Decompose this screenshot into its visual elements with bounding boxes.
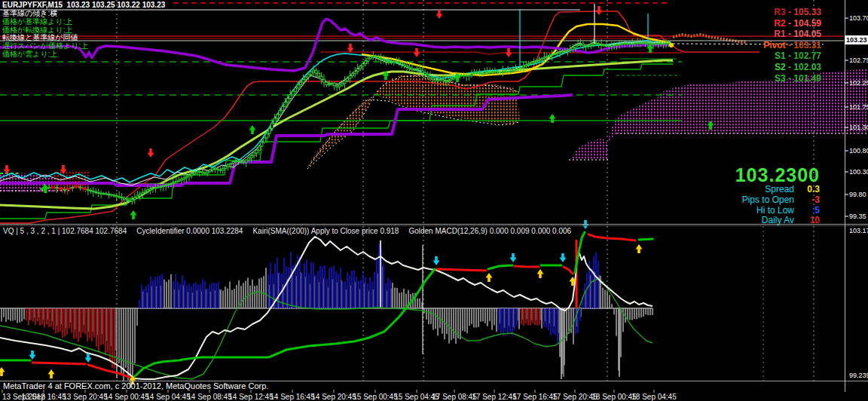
indicator-header-part-2: Kairi(SMA((200)) Apply to Close price 0.… — [252, 227, 399, 235]
pivot-row-s3: S3 - 101.49 — [763, 73, 821, 84]
pivot-row-r1: R1 - 104.05 — [763, 29, 821, 40]
indicator-header-part-3: Golden MACD(12,26,9) 0.000 0.009 0.000 0… — [408, 227, 571, 235]
time-label-1: 13 Sep 16:45 — [21, 393, 66, 401]
time-label-4: 14 Sep 04:45 — [145, 393, 191, 401]
ichimoku-info-lines: 基準線の傾き:横価格が基準線より:上価格が転換線より:上転換線と基準線が同値遅行… — [2, 10, 88, 59]
time-label-12: 17 Sep 12:45 — [472, 393, 517, 401]
lower-panel-graphics — [0, 220, 814, 387]
exit-signal-arrow-icon — [85, 354, 92, 363]
trail-red-segment — [588, 234, 635, 240]
time-label-9: 15 Sep 00:45 — [353, 393, 398, 401]
time-label-8: 14 Sep 20:45 — [311, 393, 356, 401]
exit-signal-arrow-icon — [433, 256, 440, 265]
quote-row-0: Spread0.3 — [735, 185, 820, 195]
exit-signal-arrow-icon — [29, 350, 36, 360]
time-label-13: 17 Sep 16:45 — [512, 393, 558, 401]
time-label-7: 14 Sep 16:45 — [270, 393, 315, 401]
time-label-11: 17 Sep 08:45 — [432, 393, 477, 401]
quote-row-3: Daily Av10 — [735, 216, 820, 226]
time-label-16: 18 Sep 04:45 — [631, 393, 677, 401]
current-price-label: 103.2300 — [735, 166, 820, 185]
quote-row-2: Hi to Low5 — [735, 206, 820, 216]
trail-red-segment — [564, 267, 573, 274]
entry-signal-arrow-icon — [486, 273, 493, 282]
time-label-5: 14 Sep 08:45 — [187, 393, 232, 401]
entry-signal-arrow-icon — [537, 269, 544, 278]
scale-label-103.175: 103.175 — [849, 228, 868, 234]
info-line-5: 価格が雲より:上 — [2, 51, 88, 59]
entry-signal-arrow-icon — [48, 369, 55, 378]
time-label-14: 17 Sep 20:45 — [552, 393, 598, 401]
time-label-15: 18 Sep 00:45 — [591, 393, 637, 401]
time-label-3: 14 Sep 00:45 — [104, 393, 149, 401]
exit-signal-arrow-icon — [560, 253, 567, 262]
pivot-row-pivot: Pivot - 103.31 — [763, 40, 821, 51]
time-label-6: 14 Sep 12:45 — [228, 393, 274, 401]
buy-signal-arrow-icon — [249, 125, 256, 134]
ma-end-dot — [669, 43, 674, 47]
symbol-ohlc-line: EURJPYFXF,M15 103.23 103.25 103.22 103.2… — [2, 1, 165, 9]
trail-red-segment — [437, 269, 486, 271]
kumo-magenta-main — [607, 69, 868, 143]
quote-row-1: Pips to Open-3 — [735, 195, 820, 206]
exit-signal-arrow-icon — [510, 253, 517, 262]
pivot-row-s1: S1 - 102.77 — [763, 51, 821, 62]
scale-label-101.75: 101.75 — [849, 104, 868, 111]
trail-red-segment — [32, 363, 85, 364]
sell-signal-arrow-icon — [436, 10, 443, 19]
mt4-chart-window: EURJPYFXF,M15 103.23 103.25 103.22 103.2… — [0, 0, 868, 401]
quote-stat-rows: Spread0.3Pips to Open-3Hi to Low5Daily A… — [735, 185, 820, 226]
sell-signal-arrow-icon — [148, 148, 154, 158]
sell-signal-arrow-icon — [596, 6, 603, 15]
quote-info-block: 103.2300 Spread0.3Pips to Open-3Hi to Lo… — [735, 166, 820, 226]
pivot-row-r3: R3 - 105.33 — [763, 7, 821, 18]
scale-label-100.30: 100.30 — [849, 169, 868, 176]
pivot-row-s2: S2 - 102.03 — [763, 62, 821, 73]
entry-signal-arrow-icon — [0, 367, 5, 376]
kumo-magenta-tail — [571, 139, 607, 160]
white-close — [0, 41, 671, 185]
scale-label-100.80: 100.80 — [849, 148, 868, 155]
pivot-row-r2: R2 - 104.59 — [763, 18, 821, 29]
trail-red-segment — [515, 266, 539, 267]
entry-signal-arrow-icon — [636, 244, 643, 253]
scale-label-101.30: 101.30 — [849, 124, 868, 131]
indicator-header-part-0: VQ | 5 , 3 , 2 , 1 | 102.7684 102.7684 — [3, 227, 127, 235]
purple-ma — [0, 19, 669, 71]
scale-label-99.35: 99.35 — [849, 213, 866, 220]
current-price-box: 103.23 — [845, 35, 868, 44]
scale-label-99.2391: 99.2391 — [849, 372, 868, 379]
sell-signal-arrow-icon — [4, 165, 11, 174]
scale-label-103.70: 103.70 — [849, 15, 868, 22]
trail-green-segment — [488, 265, 512, 269]
sell-signal-arrow-icon — [506, 48, 512, 57]
platform-watermark: MetaTrader 4 at FOREX.com, c 2001-2012, … — [3, 381, 268, 390]
info-line-1: 価格が基準線より:上 — [2, 18, 88, 26]
indicator-window-header: VQ | 5 , 3 , 2 , 1 | 102.7684 102.7684Cy… — [3, 227, 581, 235]
pivot-levels-block: R3 - 105.33R2 - 104.59R1 - 104.05Pivot -… — [763, 7, 821, 84]
macd-signal — [0, 279, 653, 379]
indicator-header-part-1: CycleIdentifier 0.0000 103.2284 — [136, 227, 243, 235]
trail-green-segment — [639, 239, 653, 240]
buy-signal-arrow-icon — [549, 114, 556, 123]
buy-signal-arrow-icon — [130, 210, 137, 219]
sell-signal-arrow-icon — [414, 48, 420, 57]
time-label-2: 13 Sep 20:45 — [63, 393, 108, 401]
scale-label-102.75: 102.75 — [849, 57, 868, 64]
maroon-line — [320, 52, 682, 54]
scale-label-99.80: 99.80 — [849, 191, 866, 198]
scale-label-102.25: 102.25 — [849, 80, 868, 87]
